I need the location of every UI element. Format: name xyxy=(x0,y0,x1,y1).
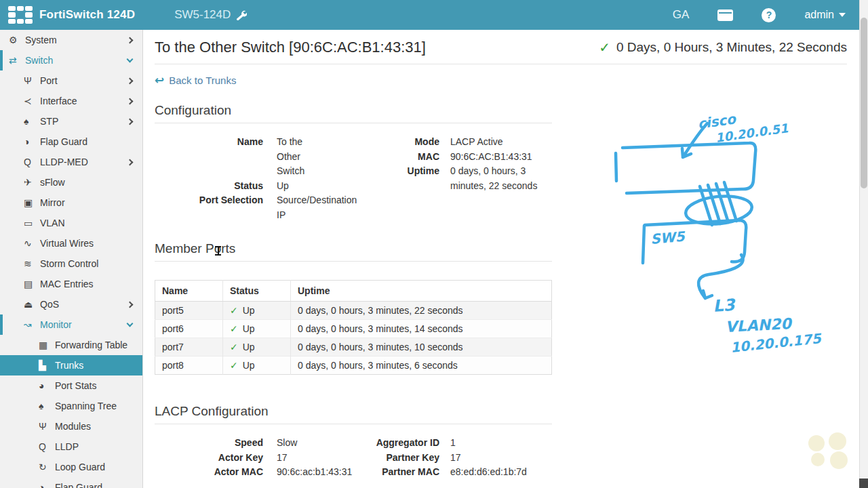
display-icon: ▭ xyxy=(24,218,40,228)
sidebar-item-lldp-med[interactable]: Q LLDP-MED xyxy=(0,152,142,172)
sidebar-item-interface[interactable]: ≺ Interface xyxy=(0,91,142,111)
sidebar-item-spanning-tree[interactable]: ♠ Spanning Tree xyxy=(0,396,142,416)
device-name[interactable]: SW5-124D xyxy=(174,8,247,22)
wrench-icon[interactable] xyxy=(236,9,247,20)
sidebar-item-loop-guard[interactable]: ↻ Loop Guard xyxy=(0,457,142,477)
chevron-down-icon xyxy=(127,56,134,63)
scrollbar-thumb[interactable] xyxy=(861,18,867,188)
sidebar-item-vlan[interactable]: ▭ VLAN xyxy=(0,213,142,233)
sidebar-item-flap-guard-monitor[interactable]: ◑ Flap Guard xyxy=(0,477,142,488)
paper-plane-icon: ✈ xyxy=(24,177,40,188)
page-header: To the Other Switch [90:6C:AC:B1:43:31] … xyxy=(155,39,847,56)
device-label: SW5-124D xyxy=(174,8,231,22)
sidebar-item-modules[interactable]: Ψ Modules xyxy=(0,416,142,436)
toggle-icon: ◑ xyxy=(24,136,40,147)
chevron-right-icon xyxy=(127,98,134,104)
field-mode: Mode LACP Active xyxy=(372,135,537,150)
back-icon: ↩ xyxy=(155,75,164,85)
sidebar-item-monitor[interactable]: ↝ Monitor xyxy=(0,314,142,335)
swap-arrows-icon: ⇄ xyxy=(9,55,25,66)
field-partner-key: Partner Key 17 xyxy=(372,451,527,466)
column-header-uptime: Uptime xyxy=(291,281,552,302)
chevron-right-icon xyxy=(127,118,134,125)
table-header-row: Name Status Uptime xyxy=(155,281,552,302)
brand-label: FortiSwitch 124D xyxy=(39,8,135,22)
sidebar-item-lldp[interactable]: Q LLDP xyxy=(0,436,142,457)
share-icon: ≺ xyxy=(24,96,40,106)
clipboard-icon: ▤ xyxy=(24,279,40,289)
member-ports-heading: Member Ports xyxy=(155,241,552,256)
sidebar-item-sflow[interactable]: ✈ sFlow xyxy=(0,172,142,192)
content-column: Configuration Name To the Other Switch S… xyxy=(155,103,552,480)
tree-icon: ♠ xyxy=(39,401,55,411)
eject-icon: ⏏ xyxy=(24,299,40,310)
divider xyxy=(155,123,552,123)
back-link-label: Back to Trunks xyxy=(169,75,236,86)
chevron-right-icon xyxy=(127,301,134,308)
sidebar-item-system[interactable]: ⚙ System xyxy=(0,30,142,50)
admin-menu[interactable]: admin xyxy=(804,9,846,21)
sidebar-item-mirror[interactable]: ▣ Mirror xyxy=(0,192,142,213)
sidebar-item-virtual-wires[interactable]: ∿ Virtual Wires xyxy=(0,233,142,253)
topbar: FortiSwitch 124D SW5-124D GA ? admin xyxy=(0,0,859,30)
lacp-fields: Speed Slow Actor Key 17 Actor MAC 90:6c:… xyxy=(155,436,552,480)
table-row: port8 ✓Up 0 days, 0 hours, 3 minutes, 6 … xyxy=(155,357,552,375)
main-content: To the Other Switch [90:6C:AC:B1:43:31] … xyxy=(144,30,859,488)
loop-arrow-icon: ↻ xyxy=(39,462,55,472)
check-icon: ✓ xyxy=(230,323,238,334)
sidebar: ⚙ System ⇄ Switch Ψ Port ≺ Interface ♠ S… xyxy=(0,30,143,488)
column-header-status: Status xyxy=(223,281,291,302)
divider xyxy=(155,64,847,64)
trunk-uptime-status: ✓ 0 Days, 0 Hours, 3 Minutes, 22 Seconds xyxy=(599,39,847,56)
tree-icon: ♠ xyxy=(24,116,40,127)
sidebar-item-switch[interactable]: ⇄ Switch xyxy=(0,50,142,70)
sidebar-item-flap-guard[interactable]: ◑ Flap Guard xyxy=(0,131,142,152)
fortinet-logo-icon xyxy=(8,6,33,24)
plug-icon: Ψ xyxy=(24,75,40,86)
window-icon[interactable] xyxy=(717,9,733,21)
scrollbar-track[interactable] xyxy=(859,0,868,488)
plug-icon: Ψ xyxy=(39,421,55,432)
chevron-right-icon xyxy=(127,37,134,43)
configuration-fields: Name To the Other Switch Status Up Port … xyxy=(155,135,552,222)
admin-label: admin xyxy=(804,9,834,21)
sidebar-item-port[interactable]: Ψ Port xyxy=(0,70,142,91)
sidebar-item-forwarding-table[interactable]: ▦ Forwarding Table xyxy=(0,335,142,355)
member-ports-table: Name Status Uptime port5 ✓Up 0 days, 0 h… xyxy=(155,280,552,375)
caret-down-icon xyxy=(839,13,846,17)
help-icon[interactable]: ? xyxy=(762,8,776,22)
sidebar-item-stp[interactable]: ♠ STP xyxy=(0,111,142,131)
table-icon: ▦ xyxy=(39,340,55,350)
sidebar-item-qos[interactable]: ⏏ QoS xyxy=(0,294,142,314)
chevron-right-icon xyxy=(127,77,134,84)
check-icon: ✓ xyxy=(230,342,238,352)
sidebar-item-trunks[interactable]: ▙ Trunks xyxy=(0,355,142,375)
lacp-heading: LACP Configuration xyxy=(155,404,552,419)
magnifier-icon: Q xyxy=(39,441,55,452)
field-aggregator-id: Aggregator ID 1 xyxy=(372,436,527,451)
pie-chart-icon: ◕ xyxy=(39,380,55,391)
check-icon: ✓ xyxy=(230,305,238,316)
magnifier-icon: Q xyxy=(24,157,40,167)
field-uptime: Uptime 0 days, 0 hours, 3 minutes, 22 se… xyxy=(372,164,537,193)
ga-label[interactable]: GA xyxy=(673,8,690,22)
table-row: port6 ✓Up 0 days, 0 hours, 3 minutes, 14… xyxy=(155,320,552,338)
sidebar-item-storm-control[interactable]: ≋ Storm Control xyxy=(0,253,142,274)
gear-icon: ⚙ xyxy=(9,35,25,45)
back-to-trunks-link[interactable]: ↩ Back to Trunks xyxy=(155,75,847,86)
divider xyxy=(155,261,552,262)
chevron-down-icon xyxy=(127,321,134,327)
trunk-chart-icon: ▙ xyxy=(39,360,55,371)
wire-icon: ∿ xyxy=(24,238,40,249)
sidebar-item-mac-entries[interactable]: ▤ MAC Entries xyxy=(0,274,142,294)
field-mac: MAC 90:6C:AC:B1:43:31 xyxy=(372,150,537,165)
storm-icon: ≋ xyxy=(24,258,40,269)
divider xyxy=(155,424,552,424)
uptime-text: 0 Days, 0 Hours, 3 Minutes, 22 Seconds xyxy=(616,40,847,55)
sidebar-item-port-stats[interactable]: ◕ Port Stats xyxy=(0,375,142,396)
page-title: To the Other Switch [90:6C:AC:B1:43:31] xyxy=(155,39,426,56)
chevron-right-icon xyxy=(127,159,134,165)
chart-line-icon: ↝ xyxy=(24,319,40,330)
table-row: port5 ✓Up 0 days, 0 hours, 3 minutes, 22… xyxy=(155,302,552,320)
field-partner-mac: Partner MAC e8:ed:d6:ed:1b:7d xyxy=(372,465,527,480)
